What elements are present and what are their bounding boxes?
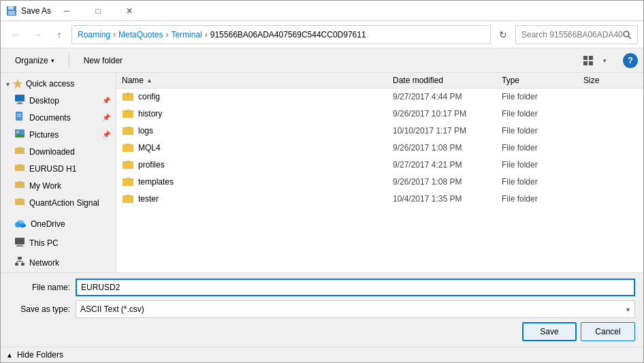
refresh-button[interactable]: ↻ bbox=[494, 25, 513, 44]
pin-icon: 📌 bbox=[102, 131, 110, 138]
table-row[interactable]: history 9/26/2017 10:17 PM File folder bbox=[116, 106, 643, 123]
file-name: MQL4 bbox=[138, 143, 161, 153]
folder-icon bbox=[122, 142, 134, 153]
file-type: File folder bbox=[502, 109, 583, 119]
folder-download-icon bbox=[14, 145, 25, 158]
toolbar: Organize ▾ New folder ▾ ? bbox=[1, 48, 643, 73]
expand-icon: ▾ bbox=[6, 80, 10, 88]
file-date: 9/26/2017 1:08 PM bbox=[393, 143, 502, 153]
breadcrumb-terminal[interactable]: Terminal bbox=[171, 30, 202, 40]
help-button[interactable]: ? bbox=[623, 53, 638, 68]
table-row[interactable]: logs 10/10/2017 1:17 PM File folder bbox=[116, 123, 643, 140]
table-row[interactable]: MQL4 9/26/2017 1:08 PM File folder bbox=[116, 140, 643, 157]
file-name: logs bbox=[138, 126, 153, 136]
svg-rect-5 bbox=[583, 56, 587, 60]
view-icon bbox=[583, 55, 594, 66]
column-size-header[interactable]: Size bbox=[583, 76, 638, 85]
svg-point-3 bbox=[624, 31, 629, 37]
sidebar-item-network[interactable]: Network bbox=[1, 254, 116, 271]
file-name-cell: MQL4 bbox=[122, 142, 393, 153]
svg-rect-11 bbox=[18, 102, 22, 104]
column-name-header[interactable]: Name ▲ bbox=[122, 76, 393, 85]
new-folder-button[interactable]: New folder bbox=[75, 51, 131, 70]
column-type-header[interactable]: Type bbox=[502, 76, 583, 85]
sidebar-item-pictures-label: Pictures bbox=[29, 130, 59, 140]
folder-quantaction-icon bbox=[14, 196, 25, 209]
file-name-row: File name: bbox=[9, 279, 635, 296]
sidebar-item-downloaded[interactable]: Downloaded bbox=[1, 143, 116, 160]
forward-button[interactable]: → bbox=[28, 25, 47, 44]
svg-rect-8 bbox=[589, 61, 593, 65]
title-bar-text: Save As bbox=[21, 6, 51, 16]
table-row[interactable]: profiles 9/27/2017 4:21 PM File folder bbox=[116, 157, 643, 174]
svg-rect-10 bbox=[15, 95, 25, 101]
save-button[interactable]: Save bbox=[522, 322, 577, 341]
breadcrumb-roaming[interactable]: Roaming bbox=[78, 30, 110, 40]
view-chevron-icon: ▾ bbox=[603, 57, 607, 64]
view-button[interactable] bbox=[579, 51, 598, 70]
file-date: 9/26/2017 1:08 PM bbox=[393, 177, 502, 187]
sidebar-item-documents-label: Documents bbox=[29, 113, 71, 123]
sidebar-item-eurusd[interactable]: EURUSD H1 bbox=[1, 160, 116, 177]
quick-access-header[interactable]: ▾ Quick access bbox=[1, 76, 116, 92]
breadcrumb-guid: 915566BA06ADA407569C544CC0D97611 bbox=[210, 30, 366, 40]
sidebar-item-mywork[interactable]: My Work bbox=[1, 177, 116, 194]
save-as-icon bbox=[6, 5, 17, 16]
save-as-type-select[interactable]: ASCII Text (*.csv) bbox=[76, 300, 635, 318]
svg-rect-12 bbox=[16, 104, 23, 104]
sidebar-item-thispc[interactable]: This PC bbox=[1, 234, 116, 251]
folder-icon bbox=[122, 108, 134, 119]
hide-folders-row[interactable]: ▲ Hide Folders bbox=[1, 347, 643, 362]
file-date: 10/4/2017 1:35 PM bbox=[393, 194, 502, 204]
file-date: 9/26/2017 10:17 PM bbox=[393, 109, 502, 119]
folder-icon bbox=[122, 91, 134, 102]
file-date: 9/27/2017 4:21 PM bbox=[393, 160, 502, 170]
file-date: 9/27/2017 4:44 PM bbox=[393, 92, 502, 101]
desktop-icon bbox=[14, 94, 25, 107]
up-button[interactable]: ↑ bbox=[50, 25, 69, 44]
cancel-button[interactable]: Cancel bbox=[581, 322, 635, 341]
table-row[interactable]: config 9/27/2017 4:44 PM File folder bbox=[116, 89, 643, 106]
search-input[interactable] bbox=[521, 30, 622, 40]
address-bar: ← → ↑ Roaming › MetaQuotes › Terminal › … bbox=[1, 21, 643, 48]
search-box bbox=[515, 25, 638, 44]
chevron-icon: ▲ bbox=[6, 351, 13, 359]
breadcrumb[interactable]: Roaming › MetaQuotes › Terminal › 915566… bbox=[71, 25, 491, 44]
pictures-icon bbox=[14, 128, 25, 141]
organize-button[interactable]: Organize ▾ bbox=[6, 51, 63, 70]
table-row[interactable]: tester 10/4/2017 1:35 PM File folder bbox=[116, 191, 643, 208]
sidebar-item-onedrive[interactable]: OneDrive bbox=[1, 217, 116, 232]
file-type: File folder bbox=[502, 160, 583, 170]
file-type: File folder bbox=[502, 177, 583, 187]
file-type: File folder bbox=[502, 194, 583, 204]
file-name-label: File name: bbox=[9, 283, 70, 292]
sidebar-item-eurusd-label: EURUSD H1 bbox=[29, 164, 76, 174]
svg-rect-2 bbox=[8, 11, 15, 15]
table-row[interactable]: templates 9/26/2017 1:08 PM File folder bbox=[116, 174, 643, 191]
folder-icon bbox=[122, 159, 134, 170]
folder-icon bbox=[122, 193, 134, 204]
close-button[interactable]: ✕ bbox=[114, 1, 145, 21]
file-name-input[interactable] bbox=[76, 279, 635, 296]
organize-chevron-icon: ▾ bbox=[51, 57, 54, 64]
folder-mywork-icon bbox=[14, 179, 25, 192]
sidebar-item-desktop[interactable]: Desktop 📌 bbox=[1, 92, 116, 109]
sidebar-item-pictures[interactable]: Pictures 📌 bbox=[1, 126, 116, 143]
sidebar-item-thispc-label: This PC bbox=[29, 238, 59, 248]
svg-rect-1 bbox=[8, 6, 14, 10]
folder-icon bbox=[122, 125, 134, 136]
column-date-header[interactable]: Date modified bbox=[393, 76, 502, 85]
breadcrumb-metaquotes[interactable]: MetaQuotes bbox=[118, 30, 163, 40]
maximize-button[interactable]: □ bbox=[82, 1, 114, 21]
file-rows-container: config 9/27/2017 4:44 PM File folder his… bbox=[116, 89, 643, 208]
sidebar-item-quantaction[interactable]: QuantAction Signal bbox=[1, 194, 116, 211]
minimize-button[interactable]: ─ bbox=[51, 1, 82, 21]
file-name: profiles bbox=[138, 160, 165, 170]
back-button[interactable]: ← bbox=[6, 25, 25, 44]
sidebar-item-documents[interactable]: Documents 📌 bbox=[1, 109, 116, 126]
title-bar-buttons: ─ □ ✕ bbox=[51, 1, 145, 21]
folder-eurusd-icon bbox=[14, 162, 25, 175]
file-name-cell: logs bbox=[122, 125, 393, 136]
file-name: tester bbox=[138, 194, 159, 204]
hide-folders-label: Hide Folders bbox=[17, 350, 63, 360]
